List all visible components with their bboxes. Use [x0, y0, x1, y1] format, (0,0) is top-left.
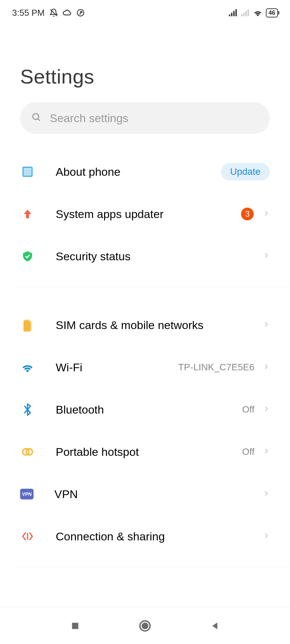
chevron-right-icon: [262, 532, 270, 541]
connection-sharing-icon: [20, 529, 35, 544]
about-phone-icon: [20, 164, 35, 179]
chevron-right-icon: [262, 447, 270, 456]
search-box[interactable]: [20, 102, 270, 134]
search-icon: [32, 112, 42, 124]
notification-badge: 3: [241, 208, 254, 220]
chevron-right-icon: [262, 321, 270, 329]
row-security-status[interactable]: Security status: [20, 235, 270, 277]
bluetooth-icon: [20, 402, 35, 417]
cloud-icon: [63, 8, 71, 17]
chevron-right-icon: [262, 363, 270, 372]
svg-rect-9: [247, 9, 249, 16]
page-title: Settings: [20, 65, 270, 88]
home-button[interactable]: [137, 618, 153, 634]
row-label: Wi-Fi: [56, 361, 178, 374]
chevron-right-icon: [262, 405, 270, 414]
row-label: SIM cards & mobile networks: [56, 319, 260, 332]
svg-rect-3: [231, 13, 232, 16]
row-value: Off: [242, 404, 254, 415]
battery-level: 46: [269, 9, 275, 16]
svg-rect-15: [72, 623, 79, 629]
row-label: Bluetooth: [56, 403, 242, 416]
svg-rect-2: [229, 14, 230, 16]
row-wifi[interactable]: Wi-Fi TP-LINK_C7E5E6: [20, 346, 270, 388]
battery-icon: 46: [266, 8, 278, 17]
arrow-up-icon: [20, 207, 35, 221]
row-about-phone[interactable]: About phone Update: [20, 151, 270, 193]
row-label: Connection & sharing: [56, 530, 260, 543]
bell-off-icon: [49, 8, 58, 17]
row-sim-cards[interactable]: SIM cards & mobile networks: [20, 304, 270, 346]
signal-2-icon: [241, 9, 250, 16]
back-button[interactable]: [207, 618, 223, 634]
settings-group-device: About phone Update System apps updater 3…: [20, 151, 270, 287]
row-connection-sharing[interactable]: Connection & sharing: [20, 515, 270, 557]
status-bar: 3:55 PM 46: [0, 0, 290, 21]
recent-apps-button[interactable]: [67, 618, 83, 634]
svg-line-11: [38, 119, 40, 121]
chevron-right-icon: [262, 210, 270, 218]
row-label: System apps updater: [56, 208, 241, 221]
svg-rect-7: [243, 13, 244, 16]
settings-group-network: SIM cards & mobile networks Wi-Fi TP-LIN…: [20, 304, 270, 567]
row-portable-hotspot[interactable]: Portable hotspot Off: [20, 431, 270, 473]
status-bar-right: 46: [229, 8, 278, 17]
row-label: Portable hotspot: [56, 445, 242, 459]
pinterest-icon: [76, 8, 85, 17]
status-bar-left: 3:55 PM: [12, 8, 85, 18]
chevron-right-icon: [262, 490, 270, 498]
svg-rect-4: [233, 11, 235, 16]
svg-point-17: [142, 623, 148, 629]
row-system-apps-updater[interactable]: System apps updater 3: [20, 193, 270, 235]
vpn-icon: VPN: [20, 489, 34, 499]
svg-rect-5: [235, 9, 237, 16]
svg-rect-12: [23, 167, 32, 176]
shield-check-icon: [20, 249, 35, 264]
row-value: Off: [242, 446, 254, 457]
search-input[interactable]: [50, 112, 258, 125]
row-label: About phone: [56, 165, 221, 178]
wifi-icon: [20, 360, 35, 375]
svg-point-10: [33, 114, 39, 120]
update-badge[interactable]: Update: [221, 163, 270, 180]
group-divider: [17, 567, 290, 567]
status-time: 3:55 PM: [12, 8, 45, 18]
wifi-status-icon: [253, 9, 262, 16]
row-label: VPN: [54, 488, 260, 501]
vpn-icon-text: VPN: [22, 491, 32, 497]
svg-rect-8: [245, 11, 247, 16]
hotspot-icon: [20, 444, 35, 459]
row-label: Security status: [56, 250, 260, 263]
group-divider: [17, 287, 290, 287]
row-value: TP-LINK_C7E5E6: [178, 362, 254, 373]
sim-card-icon: [20, 318, 35, 332]
chevron-right-icon: [262, 252, 270, 261]
svg-rect-6: [241, 14, 242, 16]
navigation-bar: [0, 607, 290, 644]
row-vpn[interactable]: VPN VPN: [20, 473, 270, 515]
settings-content: Settings About phone Update System apps …: [0, 65, 290, 567]
signal-1-icon: [229, 9, 238, 16]
row-bluetooth[interactable]: Bluetooth Off: [20, 388, 270, 431]
